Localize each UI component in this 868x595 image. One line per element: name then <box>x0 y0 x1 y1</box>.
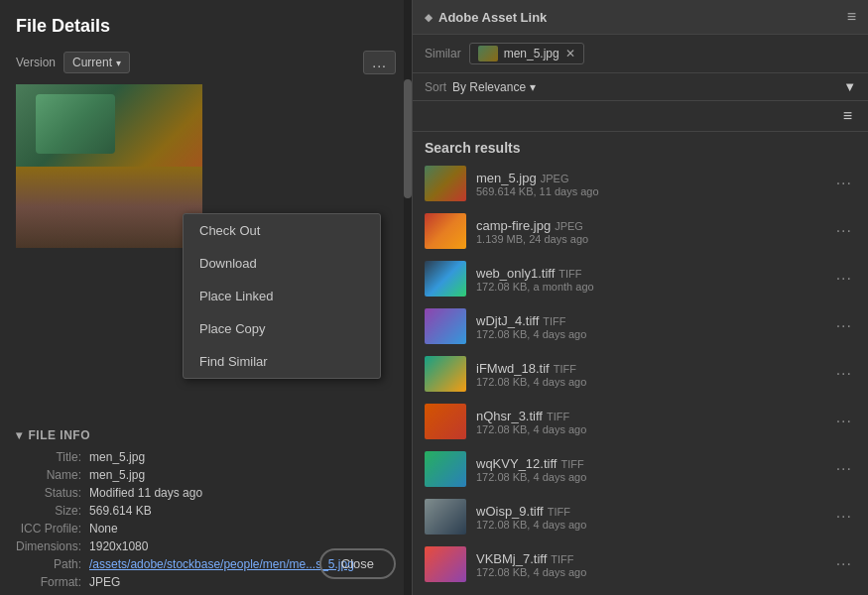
result-name: iFMwd_18.tif <box>476 361 550 376</box>
result-type: TIFF <box>551 553 573 565</box>
place-copy-menu-item[interactable]: Place Copy <box>184 312 380 345</box>
filter-icon[interactable]: ▼ <box>843 79 856 94</box>
search-tag-text: men_5.jpg <box>504 47 559 60</box>
result-more-button[interactable]: ··· <box>832 270 856 288</box>
file-info-header: ▾ FILE INFO <box>16 428 396 442</box>
result-meta: 569.614 KB, 11 days ago <box>476 185 822 197</box>
result-thumbnail <box>425 499 466 535</box>
result-thumbnail <box>425 451 466 487</box>
result-item[interactable]: camp-fire.jpgJPEG1.139 MB, 24 days ago··… <box>417 207 864 255</box>
chevron-down-icon: ▾ <box>116 58 121 68</box>
right-header-title: ◆ Adobe Asset Link <box>425 10 547 25</box>
title-label: Title: <box>16 450 81 464</box>
result-info: VKBMj_7.tiffTIFF172.08 KB, 4 days ago <box>476 551 822 578</box>
result-thumbnail <box>425 546 466 582</box>
file-info-label: FILE INFO <box>29 428 91 442</box>
status-value: Modified 11 days ago <box>89 486 396 500</box>
result-name: wDjtJ_4.tiff <box>476 313 539 328</box>
result-info: iFMwd_18.tifTIFF172.08 KB, 4 days ago <box>476 361 822 388</box>
size-value: 569.614 KB <box>89 504 396 518</box>
result-type: TIFF <box>560 458 583 470</box>
sort-label: Sort <box>425 80 446 94</box>
menu-icon[interactable]: ≡ <box>847 8 856 26</box>
version-value: Current <box>72 56 112 69</box>
title-value: men_5.jpg <box>89 450 396 464</box>
sort-value[interactable]: By Relevance ▾ <box>452 80 536 94</box>
image-preview <box>16 84 202 248</box>
result-info: nQhsr_3.tiffTIFF172.08 KB, 4 days ago <box>476 409 822 435</box>
result-thumbnail <box>425 261 466 297</box>
more-options-button[interactable]: ... <box>363 51 396 74</box>
result-name: wqKVY_12.tiff <box>476 456 557 471</box>
result-type: JPEG <box>555 220 583 232</box>
status-label: Status: <box>16 486 81 500</box>
result-thumbnail <box>425 213 466 249</box>
sort-left: Sort By Relevance ▾ <box>425 80 536 94</box>
result-info: wqKVY_12.tiffTIFF172.08 KB, 4 days ago <box>476 456 822 483</box>
panel-title: File Details <box>16 16 396 37</box>
icc-value: None <box>89 522 396 536</box>
close-button[interactable]: Close <box>319 548 396 579</box>
result-name: wOisp_9.tiff <box>476 504 544 519</box>
result-more-button[interactable]: ··· <box>832 413 856 430</box>
result-item[interactable]: wqKVY_12.tiffTIFF172.08 KB, 4 days ago··… <box>417 445 864 493</box>
chevron-sort-icon: ▾ <box>530 80 536 94</box>
result-more-button[interactable]: ··· <box>832 175 856 192</box>
context-menu: Check Out Download Place Linked Place Co… <box>183 213 381 379</box>
result-name: nQhsr_3.tiff <box>476 409 543 423</box>
download-menu-item[interactable]: Download <box>184 247 380 280</box>
search-bar: Similar men_5.jpg ✕ <box>413 35 868 73</box>
result-meta: 172.08 KB, 4 days ago <box>476 519 822 531</box>
left-panel: File Details Version Current ▾ ... Check… <box>0 0 412 595</box>
result-item[interactable]: wOisp_9.tiffTIFF172.08 KB, 4 days ago··· <box>417 493 864 540</box>
find-similar-menu-item[interactable]: Find Similar <box>184 345 380 378</box>
result-meta: 172.08 KB, 4 days ago <box>476 566 822 578</box>
result-more-button[interactable]: ··· <box>832 460 856 478</box>
result-item[interactable]: wDjtJ_4.tiffTIFF172.08 KB, 4 days ago··· <box>417 302 864 350</box>
search-tag-close-icon[interactable]: ✕ <box>565 47 575 60</box>
result-more-button[interactable]: ··· <box>832 222 856 240</box>
result-more-button[interactable]: ··· <box>832 555 856 573</box>
icc-label: ICC Profile: <box>16 522 81 536</box>
result-type: TIFF <box>547 411 569 422</box>
result-more-button[interactable]: ··· <box>832 317 856 335</box>
result-info: web_only1.tiffTIFF172.08 KB, a month ago <box>476 266 822 293</box>
right-header: ◆ Adobe Asset Link ≡ <box>413 0 868 35</box>
result-item[interactable]: men_5.jpgJPEG569.614 KB, 11 days ago··· <box>417 160 864 207</box>
result-type: TIFF <box>554 363 576 375</box>
result-item[interactable]: VKBMj_7.tiffTIFF172.08 KB, 4 days ago··· <box>417 540 864 588</box>
result-item[interactable]: web_only1.tiffTIFF172.08 KB, a month ago… <box>417 255 864 302</box>
name-value: men_5.jpg <box>89 468 396 482</box>
result-info: camp-fire.jpgJPEG1.139 MB, 24 days ago <box>476 218 822 245</box>
results-header: Search results <box>413 132 868 160</box>
result-info: wDjtJ_4.tiffTIFF172.08 KB, 4 days ago <box>476 313 822 340</box>
dimensions-label: Dimensions: <box>16 539 81 553</box>
place-linked-menu-item[interactable]: Place Linked <box>184 280 380 312</box>
check-out-menu-item[interactable]: Check Out <box>184 214 380 247</box>
search-similar-label: Similar <box>425 47 461 60</box>
search-tag-thumbnail <box>478 46 498 61</box>
result-name: men_5.jpg <box>476 171 537 185</box>
result-item[interactable]: nQhsr_3.tiffTIFF172.08 KB, 4 days ago··· <box>417 398 864 445</box>
result-info: wOisp_9.tiffTIFF172.08 KB, 4 days ago <box>476 504 822 531</box>
result-meta: 172.08 KB, 4 days ago <box>476 328 822 340</box>
result-more-button[interactable]: ··· <box>832 365 856 383</box>
result-more-button[interactable]: ··· <box>832 508 856 526</box>
scrollbar[interactable] <box>404 0 412 595</box>
size-label: Size: <box>16 504 81 518</box>
result-name: web_only1.tiff <box>476 266 555 281</box>
result-meta: 172.08 KB, a month ago <box>476 281 822 293</box>
view-toggle-bar: ≡ <box>413 101 868 132</box>
result-type: TIFF <box>548 506 570 518</box>
scrollbar-thumb[interactable] <box>404 79 412 198</box>
result-meta: 172.08 KB, 4 days ago <box>476 376 822 388</box>
path-label: Path: <box>16 557 81 571</box>
search-tag[interactable]: men_5.jpg ✕ <box>469 43 584 64</box>
list-view-button[interactable]: ≡ <box>839 105 856 127</box>
result-item[interactable]: iFMwd_18.tifTIFF172.08 KB, 4 days ago··· <box>417 350 864 398</box>
right-panel: ◆ Adobe Asset Link ≡ Similar men_5.jpg ✕… <box>412 0 868 595</box>
results-list: men_5.jpgJPEG569.614 KB, 11 days ago···c… <box>413 160 868 595</box>
result-info: men_5.jpgJPEG569.614 KB, 11 days ago <box>476 171 822 197</box>
result-name: camp-fire.jpg <box>476 218 551 233</box>
version-select[interactable]: Current ▾ <box>63 52 130 73</box>
